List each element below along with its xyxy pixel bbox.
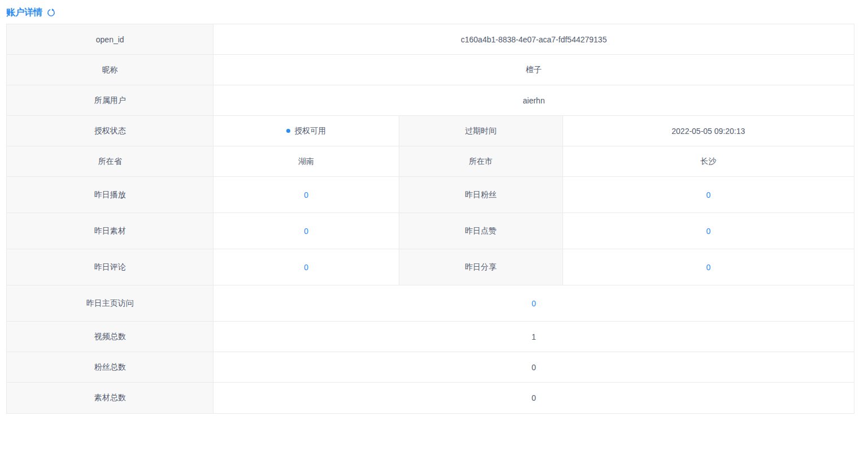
account-detail-page: 账户详情 open_id c160a4b1-8838-4e07-aca7-fdf… <box>0 0 868 455</box>
status-text: 授权可用 <box>294 126 326 136</box>
total-videos-label: 视频总数 <box>7 322 213 352</box>
table-row-yesterday-homepage-visits: 昨日主页访问 0 <box>7 285 854 322</box>
table-row-open-id: open_id c160a4b1-8838-4e07-aca7-fdf54427… <box>7 24 854 55</box>
auth-status-label: 授权状态 <box>7 116 213 146</box>
total-videos-value: 1 <box>213 322 854 352</box>
nickname-value: 檀子 <box>213 55 854 85</box>
table-row-yesterday-plays-fans: 昨日播放 0 昨日粉丝 0 <box>7 177 854 213</box>
page-header: 账户详情 <box>6 0 854 24</box>
yesterday-shares-link[interactable]: 0 <box>706 263 710 272</box>
yesterday-homepage-visits-cell: 0 <box>213 285 854 321</box>
yesterday-comments-link[interactable]: 0 <box>304 263 308 272</box>
yesterday-likes-cell: 0 <box>563 213 854 249</box>
page-title: 账户详情 <box>6 6 42 19</box>
owner-user-label: 所属用户 <box>7 85 213 115</box>
yesterday-materials-label: 昨日素材 <box>7 213 213 249</box>
yesterday-comments-cell: 0 <box>213 249 399 285</box>
total-fans-value: 0 <box>213 352 854 382</box>
yesterday-materials-cell: 0 <box>213 213 399 249</box>
open-id-value: c160a4b1-8838-4e07-aca7-fdf544279135 <box>213 24 854 54</box>
yesterday-fans-label: 昨日粉丝 <box>399 177 563 213</box>
province-label: 所在省 <box>7 146 213 176</box>
status-badge: 授权可用 <box>286 126 326 136</box>
table-row-yesterday-materials-likes: 昨日素材 0 昨日点赞 0 <box>7 213 854 249</box>
yesterday-comments-label: 昨日评论 <box>7 249 213 285</box>
account-detail-table: open_id c160a4b1-8838-4e07-aca7-fdf54427… <box>6 24 854 414</box>
yesterday-plays-cell: 0 <box>213 177 399 213</box>
yesterday-shares-cell: 0 <box>563 249 854 285</box>
total-fans-label: 粉丝总数 <box>7 352 213 382</box>
city-label: 所在市 <box>399 146 563 176</box>
yesterday-plays-label: 昨日播放 <box>7 177 213 213</box>
table-row-total-fans: 粉丝总数 0 <box>7 352 854 383</box>
yesterday-fans-link[interactable]: 0 <box>706 190 710 200</box>
status-dot-icon <box>286 129 290 133</box>
yesterday-likes-link[interactable]: 0 <box>706 227 710 236</box>
yesterday-fans-cell: 0 <box>563 177 854 213</box>
yesterday-homepage-visits-label: 昨日主页访问 <box>7 285 213 321</box>
table-row-yesterday-comments-shares: 昨日评论 0 昨日分享 0 <box>7 249 854 285</box>
city-value: 长沙 <box>563 146 854 176</box>
expire-time-value: 2022-05-05 09:20:13 <box>563 116 854 146</box>
province-value: 湖南 <box>213 146 399 176</box>
table-row-nickname: 昵称 檀子 <box>7 55 854 85</box>
table-row-auth-status: 授权状态 授权可用 过期时间 2022-05-05 09:20:13 <box>7 116 854 146</box>
yesterday-plays-link[interactable]: 0 <box>304 190 308 200</box>
expire-time-label: 过期时间 <box>399 116 563 146</box>
yesterday-likes-label: 昨日点赞 <box>399 213 563 249</box>
auth-status-value: 授权可用 <box>213 116 399 146</box>
owner-user-value: aierhn <box>213 85 854 115</box>
table-row-total-materials: 素材总数 0 <box>7 383 854 413</box>
total-materials-label: 素材总数 <box>7 383 213 413</box>
open-id-label: open_id <box>7 24 213 54</box>
yesterday-shares-label: 昨日分享 <box>399 249 563 285</box>
yesterday-homepage-visits-link[interactable]: 0 <box>531 299 536 308</box>
yesterday-materials-link[interactable]: 0 <box>304 227 308 236</box>
nickname-label: 昵称 <box>7 55 213 85</box>
total-materials-value: 0 <box>213 383 854 413</box>
table-row-owner-user: 所属用户 aierhn <box>7 85 854 116</box>
table-row-total-videos: 视频总数 1 <box>7 322 854 352</box>
table-row-province-city: 所在省 湖南 所在市 长沙 <box>7 146 854 177</box>
refresh-icon[interactable] <box>46 8 56 18</box>
